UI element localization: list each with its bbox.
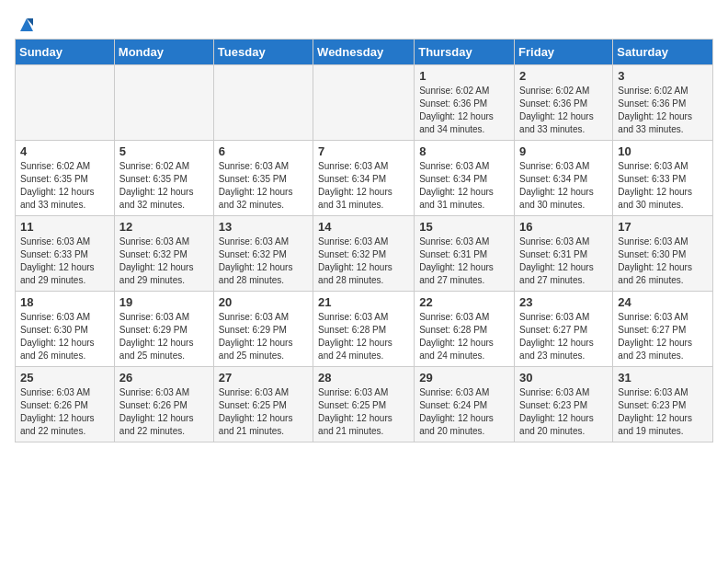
calendar-cell: 17Sunrise: 6:03 AM Sunset: 6:30 PM Dayli… — [613, 216, 713, 292]
day-info: Sunrise: 6:03 AM Sunset: 6:35 PM Dayligh… — [219, 160, 308, 212]
days-header-row: SundayMondayTuesdayWednesdayThursdayFrid… — [16, 40, 713, 65]
day-number: 10 — [618, 144, 708, 158]
day-header-thursday: Thursday — [415, 40, 515, 65]
day-number: 7 — [318, 144, 409, 158]
day-number: 2 — [519, 69, 608, 83]
day-header-monday: Monday — [114, 40, 213, 65]
calendar-cell — [313, 65, 415, 141]
day-number: 26 — [119, 371, 209, 385]
calendar-week-row: 4Sunrise: 6:02 AM Sunset: 6:35 PM Daylig… — [16, 141, 713, 216]
calendar-cell: 10Sunrise: 6:03 AM Sunset: 6:33 PM Dayli… — [613, 141, 713, 216]
calendar-cell: 8Sunrise: 6:03 AM Sunset: 6:34 PM Daylig… — [415, 141, 515, 216]
day-info: Sunrise: 6:03 AM Sunset: 6:28 PM Dayligh… — [318, 311, 409, 362]
day-number: 18 — [20, 295, 109, 309]
day-info: Sunrise: 6:02 AM Sunset: 6:36 PM Dayligh… — [519, 85, 608, 136]
calendar-week-row: 11Sunrise: 6:03 AM Sunset: 6:33 PM Dayli… — [16, 216, 713, 292]
day-info: Sunrise: 6:03 AM Sunset: 6:29 PM Dayligh… — [219, 311, 308, 362]
day-info: Sunrise: 6:03 AM Sunset: 6:34 PM Dayligh… — [318, 160, 409, 212]
day-number: 12 — [119, 220, 209, 234]
calendar-cell: 2Sunrise: 6:02 AM Sunset: 6:36 PM Daylig… — [515, 65, 613, 141]
calendar-week-row: 25Sunrise: 6:03 AM Sunset: 6:26 PM Dayli… — [16, 367, 713, 442]
calendar-cell: 24Sunrise: 6:03 AM Sunset: 6:27 PM Dayli… — [613, 292, 713, 367]
calendar-cell: 29Sunrise: 6:03 AM Sunset: 6:24 PM Dayli… — [415, 367, 515, 442]
day-info: Sunrise: 6:03 AM Sunset: 6:23 PM Dayligh… — [618, 386, 708, 438]
calendar-cell: 4Sunrise: 6:02 AM Sunset: 6:35 PM Daylig… — [16, 141, 115, 216]
calendar-cell — [213, 65, 313, 141]
day-info: Sunrise: 6:03 AM Sunset: 6:24 PM Dayligh… — [419, 386, 509, 438]
calendar-cell: 9Sunrise: 6:03 AM Sunset: 6:34 PM Daylig… — [515, 141, 613, 216]
calendar-table: SundayMondayTuesdayWednesdayThursdayFrid… — [15, 39, 713, 442]
day-number: 22 — [419, 295, 509, 309]
day-number: 25 — [20, 371, 109, 385]
day-number: 15 — [419, 220, 509, 234]
day-info: Sunrise: 6:03 AM Sunset: 6:27 PM Dayligh… — [519, 311, 608, 362]
day-number: 20 — [219, 295, 308, 309]
day-info: Sunrise: 6:03 AM Sunset: 6:33 PM Dayligh… — [618, 160, 708, 212]
day-info: Sunrise: 6:03 AM Sunset: 6:26 PM Dayligh… — [119, 386, 209, 438]
day-info: Sunrise: 6:03 AM Sunset: 6:33 PM Dayligh… — [20, 236, 109, 287]
logo-icon — [17, 15, 37, 35]
day-info: Sunrise: 6:03 AM Sunset: 6:34 PM Dayligh… — [419, 160, 509, 212]
calendar-cell: 14Sunrise: 6:03 AM Sunset: 6:32 PM Dayli… — [313, 216, 415, 292]
day-number: 28 — [318, 371, 409, 385]
calendar-cell: 12Sunrise: 6:03 AM Sunset: 6:32 PM Dayli… — [114, 216, 213, 292]
day-info: Sunrise: 6:03 AM Sunset: 6:23 PM Dayligh… — [519, 386, 608, 438]
calendar-cell: 18Sunrise: 6:03 AM Sunset: 6:30 PM Dayli… — [16, 292, 115, 367]
day-number: 23 — [519, 295, 608, 309]
calendar-cell: 30Sunrise: 6:03 AM Sunset: 6:23 PM Dayli… — [515, 367, 613, 442]
calendar-cell — [114, 65, 213, 141]
calendar-week-row: 18Sunrise: 6:03 AM Sunset: 6:30 PM Dayli… — [16, 292, 713, 367]
day-info: Sunrise: 6:03 AM Sunset: 6:30 PM Dayligh… — [618, 236, 708, 287]
day-info: Sunrise: 6:03 AM Sunset: 6:26 PM Dayligh… — [20, 386, 109, 438]
calendar-cell: 1Sunrise: 6:02 AM Sunset: 6:36 PM Daylig… — [415, 65, 515, 141]
calendar-cell — [16, 65, 115, 141]
day-info: Sunrise: 6:03 AM Sunset: 6:25 PM Dayligh… — [318, 386, 409, 438]
day-number: 11 — [20, 220, 109, 234]
day-number: 27 — [219, 371, 308, 385]
calendar-cell: 25Sunrise: 6:03 AM Sunset: 6:26 PM Dayli… — [16, 367, 115, 442]
day-number: 16 — [519, 220, 608, 234]
calendar-cell: 23Sunrise: 6:03 AM Sunset: 6:27 PM Dayli… — [515, 292, 613, 367]
day-number: 30 — [519, 371, 608, 385]
calendar-cell: 26Sunrise: 6:03 AM Sunset: 6:26 PM Dayli… — [114, 367, 213, 442]
calendar-cell: 13Sunrise: 6:03 AM Sunset: 6:32 PM Dayli… — [213, 216, 313, 292]
calendar-cell: 7Sunrise: 6:03 AM Sunset: 6:34 PM Daylig… — [313, 141, 415, 216]
calendar-cell: 31Sunrise: 6:03 AM Sunset: 6:23 PM Dayli… — [613, 367, 713, 442]
day-number: 19 — [119, 295, 209, 309]
day-header-wednesday: Wednesday — [313, 40, 415, 65]
calendar-cell: 22Sunrise: 6:03 AM Sunset: 6:28 PM Dayli… — [415, 292, 515, 367]
day-header-sunday: Sunday — [16, 40, 115, 65]
day-number: 5 — [119, 144, 209, 158]
day-number: 31 — [618, 371, 708, 385]
day-number: 21 — [318, 295, 409, 309]
calendar-week-row: 1Sunrise: 6:02 AM Sunset: 6:36 PM Daylig… — [16, 65, 713, 141]
calendar-cell: 19Sunrise: 6:03 AM Sunset: 6:29 PM Dayli… — [114, 292, 213, 367]
day-header-saturday: Saturday — [613, 40, 713, 65]
day-info: Sunrise: 6:03 AM Sunset: 6:31 PM Dayligh… — [419, 236, 509, 287]
calendar-cell: 11Sunrise: 6:03 AM Sunset: 6:33 PM Dayli… — [16, 216, 115, 292]
day-number: 13 — [219, 220, 308, 234]
day-info: Sunrise: 6:03 AM Sunset: 6:29 PM Dayligh… — [119, 311, 209, 362]
calendar-cell: 16Sunrise: 6:03 AM Sunset: 6:31 PM Dayli… — [515, 216, 613, 292]
day-info: Sunrise: 6:03 AM Sunset: 6:31 PM Dayligh… — [519, 236, 608, 287]
day-number: 1 — [419, 69, 509, 83]
calendar-cell: 15Sunrise: 6:03 AM Sunset: 6:31 PM Dayli… — [415, 216, 515, 292]
day-number: 9 — [519, 144, 608, 158]
day-info: Sunrise: 6:03 AM Sunset: 6:30 PM Dayligh… — [20, 311, 109, 362]
calendar-cell: 5Sunrise: 6:02 AM Sunset: 6:35 PM Daylig… — [114, 141, 213, 216]
calendar-cell: 21Sunrise: 6:03 AM Sunset: 6:28 PM Dayli… — [313, 292, 415, 367]
day-number: 4 — [20, 144, 109, 158]
day-number: 6 — [219, 144, 308, 158]
day-info: Sunrise: 6:03 AM Sunset: 6:27 PM Dayligh… — [618, 311, 708, 362]
day-info: Sunrise: 6:03 AM Sunset: 6:32 PM Dayligh… — [219, 236, 308, 287]
day-number: 17 — [618, 220, 708, 234]
day-header-friday: Friday — [515, 40, 613, 65]
day-info: Sunrise: 6:02 AM Sunset: 6:36 PM Dayligh… — [618, 85, 708, 136]
day-info: Sunrise: 6:02 AM Sunset: 6:36 PM Dayligh… — [419, 85, 509, 136]
logo — [15, 15, 37, 31]
day-number: 8 — [419, 144, 509, 158]
day-number: 29 — [419, 371, 509, 385]
calendar-cell: 20Sunrise: 6:03 AM Sunset: 6:29 PM Dayli… — [213, 292, 313, 367]
day-number: 14 — [318, 220, 409, 234]
day-number: 3 — [618, 69, 708, 83]
